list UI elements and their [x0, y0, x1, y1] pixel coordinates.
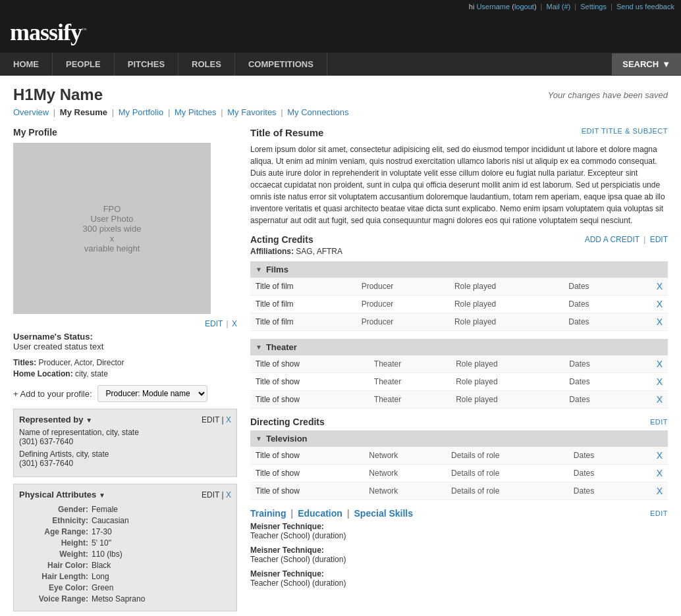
remove-tv-button[interactable]: X — [633, 447, 668, 465]
phys-value: Long — [92, 572, 109, 581]
remove-theater-button[interactable]: X — [632, 391, 668, 409]
special-skills-link[interactable]: Special Skills — [354, 508, 414, 519]
list-item: Meisner Technique:Teacher (School) (dura… — [250, 546, 668, 564]
nav-competitions[interactable]: COMPETITIONS — [235, 53, 327, 76]
nav-pitches[interactable]: PITCHES — [115, 53, 178, 76]
films-label: Films — [266, 265, 288, 274]
training-item-desc: Teacher (School) (duration) — [250, 531, 346, 540]
search-area: SEARCH ▼ — [612, 53, 681, 75]
theater-header[interactable]: ▼ Theater — [250, 339, 668, 355]
subnav-favorites[interactable]: My Favorites — [227, 107, 276, 117]
tv-dates: Dates — [568, 482, 633, 500]
status-section: Username's Status: User created status t… — [13, 332, 237, 351]
nav-home[interactable]: HOME — [0, 53, 53, 76]
acting-edit-link[interactable]: EDIT — [650, 235, 668, 244]
training-link[interactable]: Training — [250, 508, 286, 519]
username-link[interactable]: Username — [476, 3, 510, 11]
directing-header: Directing Credits EDIT — [250, 417, 668, 427]
table-row: Title of show Theater Role played Dates … — [250, 355, 668, 373]
remove-theater-button[interactable]: X — [632, 355, 668, 373]
resume-section-title: Title of Resume — [250, 127, 323, 138]
titles-row: Titles: Producer, Actor, Director — [13, 358, 237, 367]
television-table: Title of show Network Details of role Da… — [250, 447, 668, 500]
phys-edit-links: EDIT | X — [202, 490, 231, 500]
remove-film-button[interactable]: X — [632, 295, 668, 313]
rep-phone-1: (301) 637-7640 — [19, 437, 73, 446]
phys-edit-link[interactable]: EDIT — [202, 490, 219, 500]
add-profile-label: + Add to your profile: — [13, 389, 92, 399]
settings-link[interactable]: Settings — [580, 3, 607, 11]
add-profile-section: + Add to your profile: Producer: Module … — [13, 385, 237, 402]
film-dates: Dates — [563, 278, 631, 295]
nav: HOME PEOPLE PITCHES ROLES COMPETITIONS S… — [0, 53, 681, 76]
films-header[interactable]: ▼ Films — [250, 261, 668, 278]
photo-x-label: x — [110, 234, 115, 244]
television-label: Television — [266, 434, 308, 444]
training-header: Training | Education | Special Skills ED… — [250, 508, 668, 519]
subnav-pitches[interactable]: My Pitches — [175, 107, 217, 117]
theater-label: Theater — [266, 342, 297, 352]
films-table: Title of film Producer Role played Dates… — [250, 278, 668, 331]
rep-title: Represented by ▼ — [19, 415, 92, 424]
film-title: Title of film — [250, 278, 356, 295]
education-link[interactable]: Education — [298, 508, 342, 519]
remove-theater-button[interactable]: X — [632, 373, 668, 391]
tv-title: Title of show — [250, 447, 364, 465]
tv-role: Details of role — [446, 482, 568, 500]
training-edit-link[interactable]: EDIT — [650, 509, 668, 517]
photo-width-label: 300 pixels wide — [83, 224, 142, 234]
mail-link[interactable]: Mail (#) — [547, 3, 571, 11]
theater-table: Title of show Theater Role played Dates … — [250, 355, 668, 409]
page-title: H1My Name — [13, 86, 103, 104]
rep-edit-links: EDIT | X — [202, 415, 231, 424]
profile-photo: FPO User Photo 300 pixels wide x variabl… — [13, 143, 211, 314]
add-profile-select[interactable]: Producer: Module name — [97, 385, 207, 402]
search-button[interactable]: SEARCH ▼ — [612, 53, 681, 75]
phys-value: Female — [92, 505, 118, 514]
training-title: Training | Education | Special Skills — [250, 508, 413, 519]
remove-tv-button[interactable]: X — [633, 482, 668, 500]
phys-value: 110 (lbs) — [92, 550, 123, 559]
theater-role: Role played — [450, 391, 564, 409]
subnav-resume[interactable]: My Resume — [60, 107, 107, 117]
training-item-title: Meisner Technique: — [250, 522, 324, 531]
add-credit-link[interactable]: ADD A CREDIT — [585, 235, 640, 244]
rep-edit-link[interactable]: EDIT — [202, 415, 219, 424]
nav-people[interactable]: PEOPLE — [53, 53, 115, 76]
phys-value: Caucasian — [92, 516, 129, 525]
photo-edit-link[interactable]: EDIT — [205, 319, 223, 328]
remove-tv-button[interactable]: X — [633, 465, 668, 482]
save-message: Your changes have been saved — [548, 90, 668, 100]
film-dates: Dates — [563, 313, 631, 331]
remove-film-button[interactable]: X — [632, 313, 668, 331]
directing-edit-link[interactable]: EDIT — [650, 418, 668, 426]
tv-title: Title of show — [250, 482, 364, 500]
chevron-down-icon: ▼ — [662, 59, 670, 69]
phys-x-link[interactable]: X — [226, 490, 231, 500]
photo-x-link[interactable]: X — [232, 319, 237, 328]
films-tbody: Title of film Producer Role played Dates… — [250, 278, 668, 331]
television-header[interactable]: ▼ Television — [250, 430, 668, 447]
phys-row: Voice Range:Metso Saprano — [19, 594, 231, 603]
phys-value: 17-30 — [92, 527, 112, 536]
subnav-connections[interactable]: My Connections — [287, 107, 348, 117]
location-row: Home Location: city, state — [13, 369, 237, 378]
edit-title-link[interactable]: EDIT TITLE & SUBJECT — [582, 127, 668, 135]
phys-row: Weight:110 (lbs) — [19, 550, 231, 559]
theater-tbody: Title of show Theater Role played Dates … — [250, 355, 668, 409]
subnav-overview[interactable]: Overview — [13, 107, 49, 117]
chevron-down-icon: ▼ — [256, 266, 262, 273]
sep3: | — [611, 3, 613, 11]
table-row: Title of show Network Details of role Da… — [250, 447, 668, 465]
remove-film-button[interactable]: X — [632, 278, 668, 295]
logout-link[interactable]: logout — [514, 3, 534, 11]
search-label: SEARCH — [622, 59, 659, 69]
nav-roles[interactable]: ROLES — [178, 53, 235, 76]
rep-x-link[interactable]: X — [226, 415, 231, 424]
feedback-link[interactable]: Send us feedback — [616, 3, 674, 11]
table-row: Title of film Producer Role played Dates… — [250, 313, 668, 331]
theater-title: Title of show — [250, 373, 369, 391]
phys-label: Eye Color: — [19, 583, 92, 592]
theater-role: Role played — [450, 355, 564, 373]
subnav-portfolio[interactable]: My Portfolio — [119, 107, 164, 117]
